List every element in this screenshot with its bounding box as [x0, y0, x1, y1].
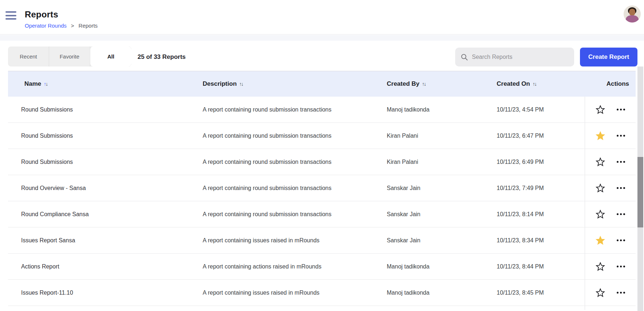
row-actions: [585, 123, 636, 149]
row-actions: [585, 97, 636, 122]
more-actions-icon[interactable]: [616, 263, 626, 270]
favorite-star-icon[interactable]: [595, 288, 605, 298]
favorite-star-icon[interactable]: [595, 209, 605, 219]
report-filter-tabs: Recent Favorite All: [8, 47, 131, 66]
report-name: Actions Report: [8, 263, 203, 270]
column-header-created-by[interactable]: Created By ↑↓: [387, 80, 497, 88]
report-description: A report containing round submission tra…: [203, 211, 387, 218]
table-row[interactable]: Round Submissions A report containing ro…: [8, 149, 636, 175]
row-actions: [585, 227, 636, 253]
user-avatar[interactable]: [624, 5, 641, 23]
favorite-star-icon[interactable]: [595, 235, 605, 246]
vertical-scrollbar-track: [637, 66, 643, 311]
report-created-by: Kiran Palani: [387, 133, 497, 139]
report-name: Round Submissions: [8, 159, 203, 165]
column-header-created-on[interactable]: Created On ↑↓: [497, 80, 585, 88]
report-created-on: 10/11/23, 8:34 PM: [497, 237, 585, 244]
report-name: Round Submissions: [8, 106, 203, 113]
breadcrumb-link-operator-rounds[interactable]: Operator Rounds: [25, 23, 67, 29]
more-actions-icon[interactable]: [616, 211, 626, 217]
tab-favorite[interactable]: Favorite: [49, 47, 90, 66]
sort-icon[interactable]: ↑↓: [533, 81, 536, 87]
more-actions-icon[interactable]: [616, 106, 626, 113]
favorite-star-icon[interactable]: [595, 157, 605, 167]
more-actions-icon[interactable]: [616, 159, 626, 165]
favorite-star-icon[interactable]: [595, 262, 605, 272]
report-name: Round Overview - Sansa: [8, 185, 203, 191]
report-created-on: 10/11/23, 8:14 PM: [497, 211, 585, 218]
report-created-by: Manoj tadikonda: [387, 106, 497, 113]
report-created-by: Sanskar Jain: [387, 237, 497, 244]
column-header-label: Created On: [497, 80, 530, 88]
create-report-button[interactable]: Create Report: [580, 48, 637, 66]
tab-recent[interactable]: Recent: [8, 47, 49, 66]
table-row[interactable]: Actions Report A report containing actio…: [8, 254, 636, 280]
sort-icon[interactable]: ↑↓: [44, 81, 47, 87]
column-header-label: Created By: [387, 80, 420, 88]
breadcrumb-separator: >: [71, 23, 74, 29]
report-description: A report containing round submission tra…: [203, 159, 387, 165]
table-partial-row: [8, 306, 636, 310]
app-header: Reports Operator Rounds > Reports: [0, 0, 644, 35]
sort-icon[interactable]: ↑↓: [422, 81, 426, 87]
report-description: A report containing actions raised in mR…: [203, 263, 387, 270]
report-name: Round Submissions: [8, 133, 203, 139]
report-description: A report containing issues raised in mRo…: [203, 237, 387, 244]
search-box[interactable]: [455, 48, 574, 66]
report-name: Round Compliance Sansa: [8, 211, 203, 218]
vertical-scrollbar-thumb[interactable]: [637, 157, 643, 227]
search-icon: [460, 53, 468, 61]
sort-icon[interactable]: ↑↓: [239, 81, 243, 87]
table-row[interactable]: Issues Report Sansa A report containing …: [8, 227, 636, 254]
report-description: A report containing round submission tra…: [203, 106, 387, 113]
avatar-body: [626, 15, 639, 23]
favorite-star-icon[interactable]: [595, 183, 605, 193]
report-description: A report containing round submission tra…: [203, 185, 387, 191]
report-count: 25 of 33 Reports: [138, 47, 186, 68]
table-row[interactable]: Round Submissions A report containing ro…: [8, 123, 636, 149]
row-actions: [585, 280, 636, 306]
breadcrumb-current: Reports: [79, 23, 98, 29]
column-header-label: Name: [24, 80, 41, 88]
table-row[interactable]: Round Submissions A report containing ro…: [8, 97, 636, 123]
report-description: A report containing issues raised in mRo…: [203, 290, 387, 296]
column-header-description[interactable]: Description ↑↓: [203, 80, 387, 88]
report-created-by: Kiran Palani: [387, 159, 497, 165]
report-created-on: 10/11/23, 7:49 PM: [497, 185, 585, 191]
table-row[interactable]: Round Overview - Sansa A report containi…: [8, 175, 636, 201]
report-description: A report containing round submission tra…: [203, 133, 387, 139]
tab-all[interactable]: All: [90, 47, 131, 66]
report-created-on: 10/11/23, 8:45 PM: [497, 290, 585, 296]
table-body: Round Submissions A report containing ro…: [8, 97, 636, 306]
favorite-star-icon[interactable]: [595, 131, 605, 141]
table-header-row: Name ↑↓ Description ↑↓ Created By ↑↓ Cre…: [8, 71, 636, 97]
table-row[interactable]: Issues Report-11.10 A report containing …: [8, 280, 636, 306]
reports-table: Name ↑↓ Description ↑↓ Created By ↑↓ Cre…: [8, 71, 636, 310]
report-created-on: 10/11/23, 6:47 PM: [497, 133, 585, 139]
table-row[interactable]: Round Compliance Sansa A report containi…: [8, 201, 636, 227]
search-input[interactable]: [472, 54, 569, 60]
report-created-on: 10/11/23, 4:54 PM: [497, 106, 585, 113]
more-actions-icon[interactable]: [616, 133, 626, 139]
more-actions-icon[interactable]: [616, 185, 626, 191]
breadcrumb: Operator Rounds > Reports: [25, 23, 98, 29]
row-actions: [585, 254, 636, 279]
more-actions-icon[interactable]: [616, 290, 626, 296]
row-actions: [585, 149, 636, 175]
favorite-star-icon[interactable]: [595, 105, 605, 115]
column-header-name[interactable]: Name ↑↓: [8, 80, 203, 88]
row-actions: [585, 201, 636, 227]
report-name: Issues Report-11.10: [8, 290, 203, 296]
header-sub-band: [0, 35, 644, 41]
report-name: Issues Report Sansa: [8, 237, 203, 244]
hamburger-menu-icon[interactable]: [5, 11, 16, 20]
report-created-on: 10/11/23, 8:44 PM: [497, 263, 585, 270]
column-header-actions: Actions: [585, 80, 636, 88]
column-header-label: Actions: [607, 80, 629, 88]
report-created-by: Manoj tadikonda: [387, 263, 497, 270]
column-header-label: Description: [203, 80, 237, 88]
more-actions-icon[interactable]: [616, 237, 626, 243]
report-created-by: Sanskar Jain: [387, 211, 497, 218]
row-actions: [585, 175, 636, 201]
avatar-face: [629, 9, 635, 16]
